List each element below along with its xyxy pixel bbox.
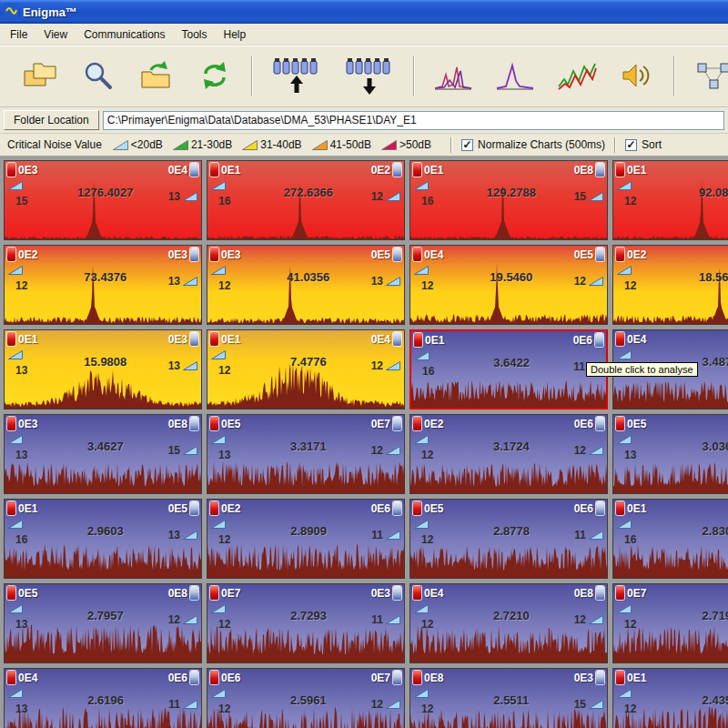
search-button[interactable] xyxy=(76,56,120,98)
menu-item-help[interactable]: Help xyxy=(216,25,255,44)
chart-tile[interactable]: 0E1122.4350 xyxy=(612,668,728,728)
noise-triangle-icon xyxy=(211,347,246,363)
speaker-button[interactable] xyxy=(615,56,659,98)
legend-item-label: 41-50dB xyxy=(330,138,371,151)
checkbox-check-icon: ✓ xyxy=(625,139,637,151)
chart-tile[interactable]: 0E21218.5690 xyxy=(612,245,728,325)
logger-battery-icon-left xyxy=(210,163,218,177)
chart-tile[interactable]: 0E50E8132.795712 xyxy=(4,583,202,663)
chart-tile[interactable]: 0E40E51219.546012 xyxy=(410,245,608,325)
logger-battery-icon-right xyxy=(596,501,604,515)
chart-tile[interactable]: 0E5133.0365 xyxy=(612,414,728,494)
tile-header: 0E50E8 xyxy=(5,584,201,600)
analyse-tooltip: Double click to analyse xyxy=(586,362,698,377)
logger-id-left: 0E2 xyxy=(221,502,240,515)
chart-tile[interactable]: 0E50E6122.877811 xyxy=(410,499,608,579)
menu-item-tools[interactable]: Tools xyxy=(174,25,216,44)
noise-level-right: 13 xyxy=(168,190,180,203)
refresh-button[interactable] xyxy=(193,56,237,98)
leak-value: 18.5690 xyxy=(652,270,728,292)
chart-tile[interactable]: 0E10E6163.642211 xyxy=(410,329,608,410)
sort-checkbox[interactable]: ✓ Sort xyxy=(625,138,662,151)
export-folder-button[interactable] xyxy=(135,56,178,98)
tile-header: 0E10E6 xyxy=(411,331,606,347)
noise-level-left: 13 xyxy=(624,449,652,461)
leak-value: 272.6366 xyxy=(246,186,371,207)
tile-header: 0E10E4 xyxy=(207,330,404,346)
chart-tile[interactable]: 0E20E31273.437613 xyxy=(4,245,202,325)
noise-triangle-icon xyxy=(8,347,43,363)
noise-level-left: 12 xyxy=(624,195,652,207)
chart-tile[interactable]: 0E80E3122.551115 xyxy=(410,668,608,728)
leak-value: 3.0365 xyxy=(652,440,728,461)
menu-item-communications[interactable]: Communications xyxy=(76,25,173,44)
normalize-checkbox[interactable]: ✓ Normalize Charts (500ms) xyxy=(461,138,605,151)
noise-triangle-icon xyxy=(183,612,197,628)
tile-info: 1219.546012 xyxy=(410,262,607,292)
logger-id-left: 0E6 xyxy=(221,672,240,684)
noise-triangle-icon xyxy=(617,347,652,363)
checkbox-check-icon: ✓ xyxy=(461,139,473,151)
histogram-single-button[interactable] xyxy=(491,56,539,98)
chart-tile[interactable]: 0E30E51241.035613 xyxy=(207,245,405,325)
chart-tile[interactable]: 0E7122.7196 xyxy=(612,583,728,663)
logger-id-right: 0E3 xyxy=(574,672,593,684)
logger-id-right: 0E3 xyxy=(371,587,390,600)
chart-tile[interactable]: 0E70E3122.729311 xyxy=(207,583,405,663)
logger-battery-icon-left xyxy=(7,332,15,346)
logger-battery-icon-right xyxy=(596,586,604,600)
chart-tile[interactable]: 0E40E6132.619611 xyxy=(4,668,202,728)
chart-tile[interactable]: 0E60E7122.596112 xyxy=(207,668,405,728)
chart-tile[interactable]: 0E11292.0801 xyxy=(612,160,728,240)
correlation-button[interactable] xyxy=(690,56,728,98)
noise-triangle-icon xyxy=(589,612,603,628)
chart-tile[interactable]: 0E10E4127.477612 xyxy=(207,329,405,410)
chart-tile[interactable]: 0E20E6122.890911 xyxy=(207,499,405,579)
noise-triangle-icon xyxy=(8,177,43,194)
noise-triangle-icon xyxy=(414,262,449,278)
folder-location-button[interactable]: Folder Location xyxy=(4,110,99,130)
chart-tile[interactable]: 0E1162.8302 xyxy=(612,499,728,579)
noise-level-left: 12 xyxy=(218,703,246,715)
chart-tile[interactable]: 0E20E6123.172412 xyxy=(410,414,608,494)
chart-tile[interactable]: 0E10E216272.636612 xyxy=(207,160,405,240)
chart-tile[interactable]: 0E40E8122.721012 xyxy=(410,583,608,663)
logger-battery-icon-left xyxy=(414,333,422,347)
logger-battery-icon-left xyxy=(616,332,624,346)
chart-tile[interactable]: 0E30E4151276.402713 xyxy=(4,160,202,240)
copy-folders-button[interactable] xyxy=(18,56,62,98)
noise-triangle-icon xyxy=(414,601,449,617)
legend-bar: Critical Noise Value <20dB21-30dB31-40dB… xyxy=(0,134,728,157)
folder-path-input[interactable] xyxy=(103,111,724,130)
chart-tile[interactable]: 0E30E8133.462715 xyxy=(4,414,202,494)
overlay-charts-button[interactable] xyxy=(553,56,601,98)
logger-battery-icon-right xyxy=(393,501,401,515)
logger-battery-icon-right xyxy=(595,333,603,347)
program-loggers-button[interactable] xyxy=(340,53,399,101)
menu-item-file[interactable]: File xyxy=(2,25,35,44)
chart-tile[interactable]: 0E10E5162.960313 xyxy=(4,499,202,579)
logger-battery-icon-left xyxy=(413,248,421,261)
histogram-multi-button[interactable] xyxy=(430,56,477,98)
logger-id-right: 0E8 xyxy=(168,418,187,430)
chart-tile[interactable]: 0E10E816129.278815 xyxy=(410,160,608,240)
menu-item-view[interactable]: View xyxy=(35,25,76,44)
noise-level-left: 12 xyxy=(15,279,43,292)
logger-id-left: 0E1 xyxy=(221,164,240,177)
chart-tile[interactable]: 0E50E7133.317112 xyxy=(207,414,405,494)
noise-level-right: 13 xyxy=(168,359,180,372)
logger-id-left: 0E1 xyxy=(627,502,646,515)
logger-id-left: 0E5 xyxy=(627,418,646,430)
noise-triangle-icon xyxy=(386,696,400,713)
read-loggers-button[interactable] xyxy=(268,53,326,101)
tile-header: 0E10E8 xyxy=(410,161,607,177)
noise-triangle-icon xyxy=(617,601,652,617)
noise-triangle-icon xyxy=(414,177,449,194)
menu-bar: FileViewCommunicationsToolsHelp xyxy=(0,24,728,46)
logger-battery-icon-right xyxy=(393,163,401,177)
tile-header: 0E50E6 xyxy=(410,500,607,515)
chart-tile[interactable]: 0E10E31315.980813 xyxy=(4,329,202,410)
logger-battery-icon-left xyxy=(616,417,624,430)
read-loggers-icon xyxy=(271,56,322,97)
logger-id-left: 0E1 xyxy=(424,164,443,177)
